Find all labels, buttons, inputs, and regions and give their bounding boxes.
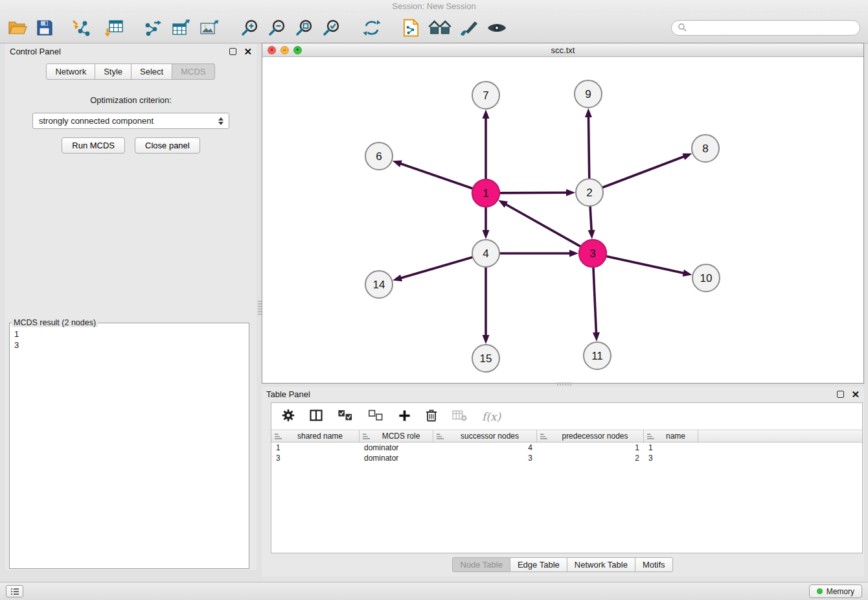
network-edge-3-11[interactable]: [593, 266, 600, 341]
table-panel-title: Table Panel: [266, 389, 310, 399]
svg-text:10: 10: [700, 272, 713, 284]
export-image-icon[interactable]: [200, 16, 219, 40]
apply-layout-icon[interactable]: [363, 16, 381, 40]
main-toolbar: [0, 13, 868, 43]
delete-column-trash-icon[interactable]: [426, 409, 437, 424]
run-mcds-button[interactable]: Run MCDS: [62, 137, 125, 154]
network-graph[interactable]: 7968124314101511: [262, 57, 863, 383]
select-all-columns-icon[interactable]: [337, 410, 353, 423]
control-panel-tab-style[interactable]: Style: [95, 63, 131, 80]
svg-text:15: 15: [480, 352, 492, 365]
control-panel-tab-select[interactable]: Select: [131, 63, 172, 80]
network-node-3[interactable]: 3: [579, 240, 606, 267]
search-field[interactable]: [671, 20, 860, 36]
network-node-1[interactable]: 1: [472, 179, 499, 207]
column-sort-icon[interactable]: [540, 433, 548, 440]
network-edge-1-7[interactable]: [483, 110, 490, 181]
network-edge-4-3[interactable]: [498, 250, 578, 257]
window-minimize-icon[interactable]: −: [280, 46, 289, 54]
network-node-4[interactable]: 4: [472, 240, 499, 267]
close-icon[interactable]: ✕: [244, 47, 252, 56]
column-sort-icon[interactable]: [646, 433, 655, 440]
column-sort-icon[interactable]: [436, 433, 444, 440]
function-builder-fx-icon[interactable]: f(x): [482, 410, 501, 423]
horizontal-splitter-grip[interactable]: [557, 382, 573, 386]
mcds-result-value: 1: [14, 329, 244, 340]
network-node-11[interactable]: 11: [584, 342, 611, 369]
memory-button[interactable]: Memory: [809, 584, 862, 598]
window-maximize-icon[interactable]: +: [293, 46, 302, 54]
network-edge-4-14[interactable]: [393, 257, 474, 281]
zoom-in-icon[interactable]: [241, 16, 259, 40]
zoom-fit-icon[interactable]: [295, 16, 314, 40]
new-network-from-selection-icon[interactable]: [403, 16, 419, 40]
node-table-container: f(x) shared nameMCDS rolesuccessor nodes…: [271, 402, 863, 553]
show-hide-icon[interactable]: [486, 16, 507, 40]
show-column-panel-icon[interactable]: [310, 409, 323, 424]
table-cell: dominator: [360, 454, 433, 463]
zoom-out-icon[interactable]: [268, 16, 286, 40]
table-row[interactable]: 1dominator411: [271, 443, 862, 453]
task-history-icon[interactable]: [6, 585, 23, 597]
table-tab-node-table[interactable]: Node Table: [452, 557, 510, 572]
network-node-7[interactable]: 7: [472, 82, 499, 109]
network-edge-2-3[interactable]: [588, 205, 595, 239]
first-neighbors-icon[interactable]: [428, 16, 451, 40]
import-table-from-file-icon[interactable]: [105, 16, 124, 40]
column-header-name[interactable]: name: [644, 430, 698, 442]
network-edge-3-1[interactable]: [498, 200, 582, 248]
column-header-MCDS-role[interactable]: MCDS role: [360, 430, 433, 442]
table-tab-edge-table[interactable]: Edge Table: [510, 557, 567, 572]
network-edge-4-15[interactable]: [483, 266, 490, 344]
network-edge-1-4[interactable]: [483, 205, 490, 239]
control-panel-tab-network[interactable]: Network: [46, 63, 95, 80]
apply-style-icon[interactable]: [459, 16, 479, 40]
close-panel-button[interactable]: Close panel: [135, 137, 200, 154]
table-tab-motifs[interactable]: Motifs: [635, 557, 673, 572]
column-sort-icon[interactable]: [362, 433, 371, 440]
export-network-icon[interactable]: [143, 16, 162, 40]
network-edge-1-6[interactable]: [393, 161, 474, 189]
network-edge-1-2[interactable]: [498, 189, 575, 196]
network-node-6[interactable]: 6: [365, 143, 393, 170]
network-node-14[interactable]: 14: [365, 271, 393, 298]
control-panel-tab-mcds[interactable]: MCDS: [172, 63, 214, 80]
table-settings-gear-icon[interactable]: [282, 409, 295, 424]
search-input[interactable]: [691, 23, 854, 32]
table-cell: dominator: [360, 443, 433, 452]
column-header-shared-name[interactable]: shared name: [271, 430, 360, 442]
deselect-all-columns-icon[interactable]: [368, 410, 383, 423]
table-tab-network-table[interactable]: Network Table: [567, 557, 635, 572]
network-node-9[interactable]: 9: [575, 80, 602, 108]
network-node-10[interactable]: 10: [692, 264, 720, 292]
window-close-icon[interactable]: ×: [268, 46, 276, 54]
save-session-icon[interactable]: [36, 16, 53, 40]
open-session-icon[interactable]: [8, 16, 27, 40]
column-header-predecessor-nodes[interactable]: predecessor nodes: [537, 430, 644, 442]
network-edge-2-8[interactable]: [601, 154, 692, 189]
table-toolbar: f(x): [271, 403, 862, 430]
import-network-from-file-icon[interactable]: [71, 16, 91, 40]
table-row[interactable]: 3dominator323: [271, 453, 862, 463]
network-edge-3-10[interactable]: [605, 256, 692, 277]
column-header-successor-nodes[interactable]: successor nodes: [433, 430, 537, 442]
vertical-splitter-grip[interactable]: [258, 301, 262, 316]
network-node-2[interactable]: 2: [576, 179, 603, 206]
network-window-header[interactable]: scc.txt × − +: [262, 43, 863, 57]
zoom-selected-icon[interactable]: [323, 16, 341, 40]
create-column-plus-icon[interactable]: [398, 410, 411, 424]
table-cell: 1: [537, 443, 644, 452]
network-edge-2-9[interactable]: [585, 108, 592, 180]
network-node-8[interactable]: 8: [692, 135, 719, 162]
close-icon[interactable]: ✕: [851, 389, 860, 399]
export-table-icon[interactable]: [171, 16, 190, 40]
float-window-icon[interactable]: [837, 391, 844, 398]
column-sort-icon[interactable]: [274, 433, 282, 440]
float-window-icon[interactable]: [229, 48, 236, 55]
network-canvas[interactable]: 7968124314101511: [262, 57, 863, 383]
optimization-criterion-select[interactable]: strongly connected component: [32, 113, 229, 129]
svg-text:14: 14: [373, 279, 385, 291]
delete-table-icon[interactable]: [452, 410, 467, 423]
svg-text:8: 8: [702, 143, 708, 155]
network-node-15[interactable]: 15: [472, 345, 499, 372]
